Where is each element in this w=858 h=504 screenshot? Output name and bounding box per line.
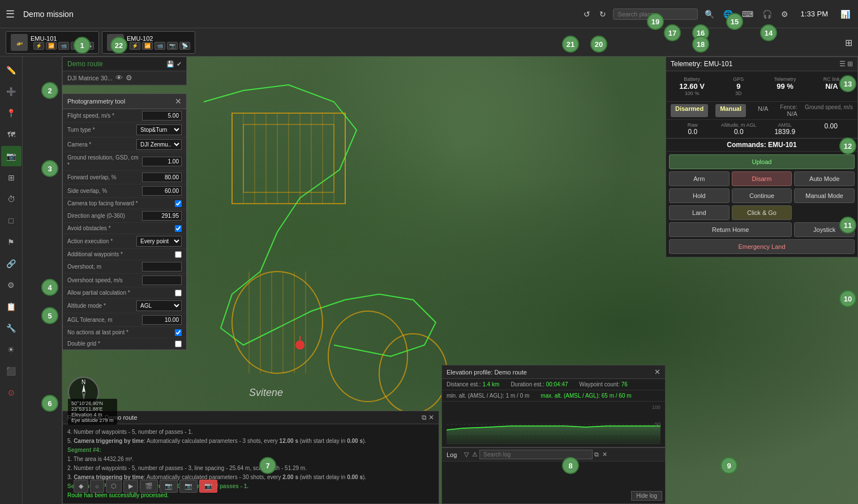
- sidebar-grid-icon[interactable]: ⊞: [1, 167, 22, 188]
- sidebar-sun-icon[interactable]: ☀: [1, 339, 22, 360]
- avoid-obstacles-checkbox[interactable]: [175, 225, 182, 232]
- search-icon[interactable]: 🔍: [702, 8, 717, 20]
- log-close-btn[interactable]: ✕: [600, 451, 609, 458]
- direction-input[interactable]: [142, 211, 182, 221]
- emergency-land-btn[interactable]: Emergency Land: [669, 239, 855, 254]
- telem-list-btn[interactable]: ☰: [839, 60, 846, 68]
- overshoot-input[interactable]: [142, 262, 182, 272]
- action-exec-select[interactable]: Every point: [136, 236, 182, 247]
- ground-speed-value: 0.00: [809, 122, 853, 130]
- menu-icon[interactable]: ☰: [6, 8, 15, 20]
- camera-select[interactable]: DJI Zenmu...: [136, 139, 182, 150]
- no-actions-last-checkbox[interactable]: [175, 329, 182, 336]
- sidebar-route-icon[interactable]: 🗺: [1, 124, 22, 145]
- auto-mode-btn[interactable]: Auto Mode: [794, 171, 855, 186]
- drone2-cam-btn[interactable]: 📷: [167, 42, 178, 50]
- cam-facing-checkbox[interactable]: [175, 200, 182, 207]
- form-flight-speed: Flight speed, m/s *: [63, 109, 186, 123]
- forward-overlap-input[interactable]: [142, 173, 182, 182]
- route-info-copy-btn[interactable]: ⧉: [422, 413, 427, 421]
- sidebar-stop-icon[interactable]: ⬛: [1, 361, 22, 381]
- cam3-tool-btn[interactable]: 📷: [199, 480, 217, 493]
- turn-type-select[interactable]: Stop&Turn: [136, 124, 182, 135]
- drone1-arm-btn[interactable]: ⚡: [33, 42, 44, 50]
- log-header: Log ▽ ⚠ ⧉ ✕: [442, 448, 665, 462]
- elev-header: Elevation profile: Demo route ✕: [442, 365, 665, 379]
- hold-btn[interactable]: Hold: [669, 188, 730, 203]
- sidebar-square-icon[interactable]: □: [1, 210, 22, 231]
- route-info-segment4-line1: 1. The area is 4432.26 m².: [67, 455, 434, 463]
- sidebar-table-icon[interactable]: 📋: [1, 296, 22, 317]
- route-check-btn[interactable]: ✔: [177, 61, 182, 68]
- click-go-btn[interactable]: Click & Go: [732, 205, 792, 220]
- drone2-gps-btn[interactable]: 📡: [179, 42, 190, 50]
- sidebar-circle-icon[interactable]: ⊙: [1, 382, 22, 403]
- perimeter-tool-btn[interactable]: ⬡: [106, 480, 122, 493]
- manual-mode-btn[interactable]: Manual Mode: [794, 188, 855, 203]
- side-overlap-input[interactable]: [142, 186, 182, 196]
- elev-y50: 50: [655, 421, 660, 427]
- return-home-btn[interactable]: Return Home: [669, 222, 792, 237]
- sidebar-wrench-icon[interactable]: 🔧: [1, 318, 22, 338]
- sidebar-connect-icon[interactable]: 🔗: [1, 253, 22, 274]
- settings-icon[interactable]: ⚙: [779, 8, 791, 20]
- eye-altitude-text: Eye altitude 279 m: [71, 417, 114, 423]
- agl-tolerance-input[interactable]: [142, 315, 182, 325]
- video-tool-btn[interactable]: 🎬: [140, 480, 158, 493]
- redo-btn[interactable]: ↻: [597, 8, 608, 20]
- sidebar-photo-icon[interactable]: 📷: [1, 146, 22, 166]
- dashboard-icon[interactable]: 📊: [838, 8, 852, 20]
- sidebar-edit-icon[interactable]: ✏️: [1, 60, 22, 80]
- log-panel: Log ▽ ⚠ ⧉ ✕ Hide log: [441, 447, 666, 504]
- partial-calc-checkbox[interactable]: [175, 290, 182, 296]
- drone2-video-btn[interactable]: 📹: [155, 42, 165, 50]
- telem-expand-btn[interactable]: ⊞: [847, 60, 853, 68]
- disarm-btn[interactable]: Disarm: [732, 171, 792, 186]
- elev-close-btn[interactable]: ✕: [654, 368, 660, 376]
- route-info-header-btns: ⧉ ✕: [422, 413, 434, 421]
- drone-settings-btn[interactable]: ⚙: [126, 74, 132, 82]
- altitude-mode-select[interactable]: AGL: [136, 300, 182, 311]
- log-copy-btn[interactable]: ⧉: [593, 451, 600, 458]
- sidebar-gear-icon[interactable]: ⚙: [1, 275, 22, 295]
- headset-icon[interactable]: 🎧: [760, 8, 774, 20]
- route-info-close-btn[interactable]: ✕: [428, 413, 434, 421]
- expand-panels-btn[interactable]: ⊞: [845, 37, 852, 48]
- route-save-btn[interactable]: 💾: [166, 61, 174, 68]
- sidebar-plus-icon[interactable]: ➕: [1, 81, 22, 102]
- drone-label: DJI Matrice 30... 👁 ⚙: [63, 71, 186, 85]
- cam1-tool-btn[interactable]: 📷: [160, 480, 178, 493]
- sidebar-waypoint-icon[interactable]: ⚑: [1, 232, 22, 252]
- drone-eye-btn[interactable]: 👁: [115, 74, 123, 82]
- annotation-13: 13: [839, 75, 856, 92]
- play-tool-btn[interactable]: ▶: [123, 480, 138, 493]
- svg-rect-1: [243, 124, 334, 192]
- hide-log-btn[interactable]: Hide log: [631, 491, 662, 501]
- flight-speed-input[interactable]: [142, 111, 182, 120]
- additional-waypoints-checkbox[interactable]: [175, 251, 182, 258]
- drone1-signal-btn[interactable]: 📶: [46, 42, 57, 50]
- continue-btn[interactable]: Continue: [732, 188, 792, 203]
- sidebar-time-icon[interactable]: ⏱: [1, 189, 22, 209]
- circle-tool-btn[interactable]: ○: [90, 480, 104, 493]
- log-warn-btn[interactable]: ⚠: [470, 451, 479, 458]
- log-filter-btn[interactable]: ▽: [462, 451, 470, 458]
- land-btn[interactable]: Land: [669, 205, 730, 220]
- undo-btn[interactable]: ↺: [581, 8, 593, 20]
- cam2-tool-btn[interactable]: 📷: [179, 480, 198, 493]
- photo-tool-close[interactable]: ✕: [175, 97, 182, 106]
- drone2-signal-btn[interactable]: 📶: [142, 42, 153, 50]
- sidebar-location-icon[interactable]: 📍: [1, 103, 22, 123]
- log-search-input[interactable]: [479, 450, 593, 459]
- waypoint-tool-btn[interactable]: ◆: [74, 480, 88, 493]
- gsd-input[interactable]: [142, 157, 182, 166]
- overshoot-speed-input[interactable]: [142, 275, 182, 285]
- photo-tool-header: Photogrammetry tool ✕: [63, 94, 186, 109]
- form-avoid-obstacles: Avoid obstacles *: [63, 223, 186, 234]
- annotation-17: 17: [664, 24, 681, 41]
- arm-btn[interactable]: Arm: [669, 171, 730, 186]
- drone2-arm-btn[interactable]: ⚡: [130, 42, 140, 50]
- upload-btn[interactable]: Upload: [669, 154, 855, 169]
- drone1-video-btn[interactable]: 📹: [58, 42, 69, 50]
- double-grid-checkbox[interactable]: [175, 341, 182, 347]
